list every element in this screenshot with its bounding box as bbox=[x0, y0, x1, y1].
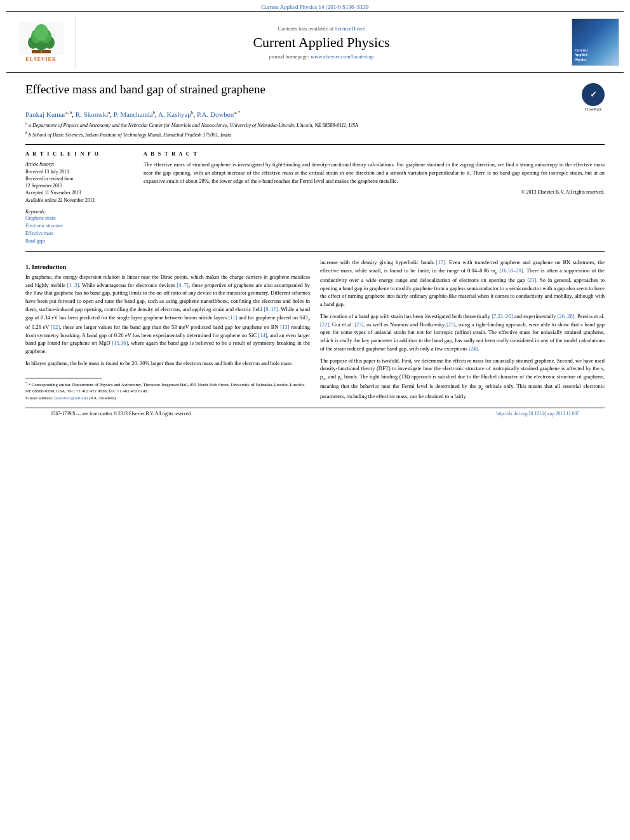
copyright-line: © 2013 Elsevier B.V. All rights reserved… bbox=[144, 189, 605, 195]
right-paragraph-1: increase with the density giving hyperbo… bbox=[320, 258, 605, 309]
article-info-heading: A R T I C L E I N F O bbox=[25, 151, 133, 157]
article-history: Article history: Received 13 July 2013 R… bbox=[25, 161, 133, 204]
homepage-url[interactable]: www.elsevier.com/locate/cap bbox=[311, 53, 374, 60]
elsevier-logo: ELSEVIER bbox=[19, 22, 64, 62]
intro-section-title: 1. Introduction bbox=[25, 263, 310, 270]
title-row: Effective mass and band gap of strained … bbox=[25, 82, 605, 106]
author-kashyap[interactable]: A. Kashyap bbox=[158, 110, 191, 118]
footnote-text: * Corresponding author. Department of Ph… bbox=[25, 382, 305, 394]
crossmark-label: CrossMark bbox=[582, 107, 605, 111]
divider-before-intro bbox=[25, 251, 605, 252]
available-date: Available online 22 November 2013 bbox=[25, 197, 133, 204]
keyword-1[interactable]: Graphene strain bbox=[25, 215, 133, 222]
keyword-4[interactable]: Band gaps bbox=[25, 237, 133, 245]
crossmark-badge[interactable]: ✓ CrossMark bbox=[582, 83, 605, 106]
received-revised-label: Received in revised form bbox=[25, 175, 133, 182]
doi-link[interactable]: http://dx.doi.org/10.1016/j.cap.2013.11.… bbox=[496, 411, 579, 417]
keyword-3[interactable]: Effective mass bbox=[25, 230, 133, 237]
abstract-heading: A B S T R A C T bbox=[144, 151, 605, 157]
keywords-label: Keywords: bbox=[25, 209, 133, 215]
svg-point-7 bbox=[34, 24, 48, 41]
received-revised-date: 12 September 2013 bbox=[25, 182, 133, 189]
elsevier-brand-text: ELSEVIER bbox=[25, 57, 56, 62]
elsevier-tree-icon bbox=[19, 22, 64, 55]
page: Current Applied Physics 14 (2014) S136–S… bbox=[0, 0, 630, 840]
author-manchanda[interactable]: P. Manchanda bbox=[114, 110, 153, 118]
journal-thumbnail-area: Current Applied Physics bbox=[566, 16, 624, 69]
authors-line: Pankaj Kumara, b, R. Skomskia, P. Mancha… bbox=[25, 110, 605, 118]
article-title: Effective mass and band gap of strained … bbox=[25, 82, 575, 97]
right-paragraph-3: The purpose of this paper is twofold. Fi… bbox=[320, 357, 605, 401]
issn-text: 1567-1739/$ — see front matter © 2013 El… bbox=[51, 411, 192, 417]
author-kumar[interactable]: Pankaj Kumar bbox=[25, 110, 65, 118]
affiliation-a: a Department of Physics and Astronomy an… bbox=[29, 122, 358, 128]
journal-citation-bar: Current Applied Physics 14 (2014) S136–S… bbox=[0, 0, 630, 11]
thumb-label-current: Current bbox=[575, 48, 588, 52]
intro-paragraph-1: In graphene, the energy dispersion relat… bbox=[25, 273, 310, 356]
received-date: Received 13 July 2013 bbox=[25, 168, 133, 175]
keyword-2[interactable]: Electronic structure bbox=[25, 222, 133, 230]
footnote-person: (P.A. Dowben). bbox=[89, 396, 117, 401]
accepted-date: Accepted 11 November 2013 bbox=[25, 189, 133, 196]
article-info-column: A R T I C L E I N F O Article history: R… bbox=[25, 151, 133, 245]
journal-cover-thumbnail: Current Applied Physics bbox=[572, 18, 619, 66]
thumb-label-applied: Applied bbox=[575, 53, 587, 57]
journal-citation: Current Applied Physics 14 (2014) S136–S… bbox=[261, 4, 368, 10]
affiliation-b-line: b b School of Basic Sciences, Indian Ins… bbox=[25, 130, 605, 138]
elsevier-logo-area: ELSEVIER bbox=[6, 16, 76, 69]
author-dowben[interactable]: P.A. Dowben bbox=[197, 110, 234, 118]
author-skomski[interactable]: R. Skomski bbox=[76, 110, 108, 118]
journal-title-area: Contents lists available at ScienceDirec… bbox=[76, 16, 566, 69]
crossmark-icon[interactable]: ✓ bbox=[582, 83, 605, 106]
abstract-text: The effective mass of strained graphene … bbox=[144, 161, 605, 185]
keywords-section: Keywords: Graphene strain Electronic str… bbox=[25, 209, 133, 245]
journal-header: ELSEVIER Contents lists available at Sci… bbox=[6, 11, 624, 73]
info-abstract-row: A R T I C L E I N F O Article history: R… bbox=[25, 151, 605, 245]
footnote-block: * * Corresponding author. Department of … bbox=[25, 381, 310, 402]
article-body: Effective mass and band gap of strained … bbox=[0, 73, 630, 428]
footnote-divider bbox=[25, 378, 102, 378]
divider-after-affiliations bbox=[25, 144, 605, 145]
affiliation-b: b School of Basic Sciences, Indian Insti… bbox=[29, 131, 231, 137]
intro-paragraph-2: In bilayer graphene, the hole mass is fo… bbox=[25, 359, 310, 368]
main-content-row: 1. Introduction In graphene, the energy … bbox=[25, 258, 605, 402]
bottom-bar: 1567-1739/$ — see front matter © 2013 El… bbox=[25, 408, 605, 419]
sciencedirect-link[interactable]: ScienceDirect bbox=[335, 25, 365, 32]
right-paragraph-2: The creation of a band gap with strain h… bbox=[320, 312, 605, 353]
journal-homepage-line: journal homepage: www.elsevier.com/locat… bbox=[269, 53, 373, 60]
footnote-email[interactable]: pdowben@unl.edu bbox=[55, 396, 88, 401]
history-label: Article history: bbox=[25, 161, 133, 168]
main-right-column: increase with the density giving hyperbo… bbox=[320, 258, 605, 402]
footnote-email-label: E-mail address: bbox=[25, 396, 53, 401]
affiliations-block: a a Department of Physics and Astronomy … bbox=[25, 121, 605, 129]
journal-title-text: Current Applied Physics bbox=[253, 34, 389, 51]
thumb-label-physics: Physics bbox=[575, 58, 587, 62]
contents-available-line: Contents lists available at ScienceDirec… bbox=[278, 25, 365, 32]
abstract-column: A B S T R A C T The effective mass of st… bbox=[144, 151, 605, 245]
main-left-column: 1. Introduction In graphene, the energy … bbox=[25, 258, 310, 402]
